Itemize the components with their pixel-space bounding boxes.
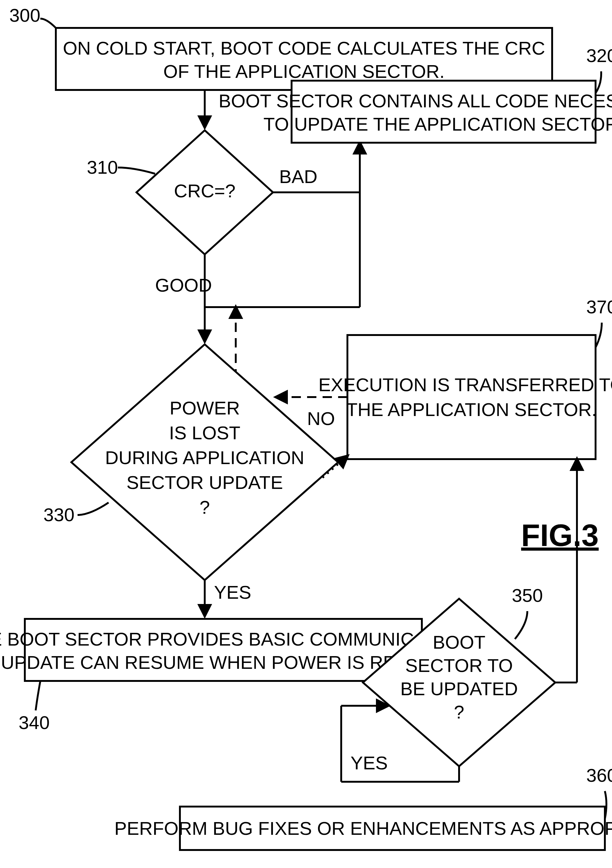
- leader-360: [605, 791, 606, 819]
- label-yes-350: YES: [350, 753, 388, 773]
- label-bad: BAD: [279, 166, 317, 187]
- ref-340: 340: [19, 712, 50, 733]
- label-good: GOOD: [155, 275, 212, 296]
- leader-330: [77, 502, 108, 515]
- ref-370: 370: [586, 296, 612, 317]
- ref-350: 350: [512, 585, 543, 606]
- flowchart: ON COLD START, BOOT CODE CALCULATES THE …: [0, 0, 612, 868]
- leader-340: [36, 681, 40, 710]
- label-no-330: NO: [307, 408, 335, 429]
- ref-310: 310: [87, 157, 118, 178]
- d330-l3: DURING APPLICATION: [105, 447, 304, 468]
- box-320-line1: BOOT SECTOR CONTAINS ALL CODE NECESSARY: [219, 91, 612, 112]
- leader-350: [515, 611, 527, 639]
- box-320-line2: TO UPDATE THE APPLICATION SECTOR.: [263, 114, 612, 135]
- d350-l4: ?: [454, 702, 464, 722]
- label-yes-330: YES: [214, 582, 251, 603]
- figure-label: FIG.3: [521, 518, 599, 552]
- d350-l3: BE UPDATED: [400, 679, 518, 699]
- ref-330: 330: [43, 504, 74, 525]
- d310-text: CRC=?: [174, 181, 236, 202]
- d350-l1: BOOT: [433, 632, 485, 653]
- d350-l2: SECTOR TO: [405, 655, 513, 676]
- box-370-l2: THE APPLICATION SECTOR.: [346, 399, 597, 420]
- ref-320: 320: [586, 45, 612, 66]
- d330-l5: ?: [200, 497, 210, 518]
- d330-l1: POWER: [170, 398, 240, 418]
- box-370: [347, 335, 596, 459]
- d330-l2: IS LOST: [169, 423, 240, 443]
- box-370-l1: EXECUTION IS TRANSFERRED TO: [319, 374, 612, 395]
- leader-300: [40, 19, 56, 28]
- box-300-line1: ON COLD START, BOOT CODE CALCULATES THE …: [63, 38, 545, 59]
- ref-300: 300: [9, 5, 40, 26]
- ref-360: 360: [586, 765, 612, 786]
- box-300-line2: OF THE APPLICATION SECTOR.: [163, 61, 445, 82]
- box-360-l1: PERFORM BUG FIXES OR ENHANCEMENTS AS APP…: [115, 818, 612, 839]
- d330-l4: SECTOR UPDATE: [127, 472, 283, 493]
- leader-310: [118, 167, 155, 174]
